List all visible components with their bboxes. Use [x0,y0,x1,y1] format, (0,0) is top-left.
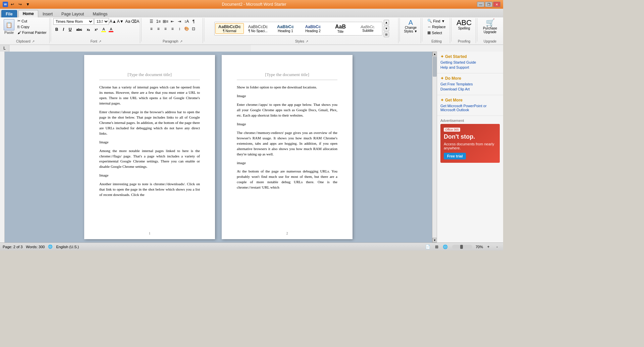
ribbon: 📋 Paste ✂ Cut ⎘ Copy 🖌 Format Painter C [0,17,503,45]
font-color-button[interactable]: A [108,26,114,33]
quick-access-toolbar: W ↩ ↪ ▼ [3,1,31,8]
page2-para-1: Show in folder option to open the downlo… [237,85,337,90]
minimize-button[interactable]: — [477,2,484,7]
font-family-select[interactable]: Times New Rom [53,18,94,25]
subscript-button[interactable]: x₂ [85,26,92,33]
style-heading2[interactable]: AaBbCc Heading 2 [300,23,326,34]
zoom-in-button[interactable]: + [485,244,492,250]
scroll-down-button[interactable]: ▼ [432,238,437,242]
get-more-star-icon: ✦ [440,98,444,102]
undo-button[interactable]: ↩ [9,1,16,8]
change-styles-button[interactable]: A ChangeStyles ▼ [402,18,419,34]
page1-para-2: Enter chrome://about page in the browser… [99,110,200,136]
underline-button[interactable]: U [67,26,74,33]
strikethrough-button[interactable]: abc [74,26,84,33]
bullets-button[interactable]: ☰ [148,18,155,25]
format-painter-button[interactable]: 🖌 Format Painter [16,30,48,35]
ruler-corner-button[interactable]: L [0,45,9,52]
find-button[interactable]: 🔍 Find ▼ [426,18,446,24]
vertical-scrollbar[interactable]: ▲ ▼ [432,52,437,242]
view-web-button[interactable]: 🌐 [442,244,449,250]
decrease-font-button[interactable]: A▼ [117,18,124,25]
text-highlight-button[interactable]: A [100,26,107,33]
cut-button[interactable]: ✂ Cut [16,18,48,24]
styles-scroll-up[interactable]: ▲ [384,20,389,25]
sort-button[interactable]: ↕A [183,18,190,25]
decrease-indent-button[interactable]: ⇤ [169,18,176,25]
multilevel-list-button[interactable]: ⊞≡ [162,18,169,25]
superscript-button[interactable]: x² [93,26,100,33]
purchase-upgrade-button[interactable]: 🛒 PurchaseUpgrade [481,18,499,35]
upgrade-group: 🛒 PurchaseUpgrade Upgrade [478,18,502,43]
show-formatting-button[interactable]: ¶ [190,18,197,25]
justify-button[interactable]: ≡ [169,25,176,32]
style-subtitle[interactable]: AaBbCc. Subtitle [355,24,381,33]
align-right-button[interactable]: ≡ [162,25,169,32]
style-no-spacing[interactable]: AaBbCcDc ¶ No Spaci... [245,23,271,34]
font-expand-icon[interactable]: ↗ [99,40,101,43]
font-size-select[interactable]: 13.5 [94,18,109,25]
style-title[interactable]: AaB Title [327,23,354,34]
align-left-button[interactable]: ≡ [148,25,155,32]
page1-title-placeholder[interactable]: [Type the document title] [99,72,200,80]
page2-title-placeholder[interactable]: [Type the document title] [237,72,337,80]
replace-button[interactable]: ↔ Replace [426,24,447,29]
increase-indent-button[interactable]: ⇥ [176,18,183,25]
select-button[interactable]: ▦ Select [426,30,443,36]
document-area[interactable]: [Type the document title] Chrome has a v… [5,52,432,242]
download-clipart-link[interactable]: Download Clip Art [440,87,500,91]
title-bar: W ↩ ↪ ▼ Document2 - Microsoft Word Start… [0,0,503,9]
styles-scroll-down[interactable]: ▼ [384,26,389,31]
tab-mailings[interactable]: Mailings [88,10,112,17]
shading-button[interactable]: 🎨 [183,25,190,32]
view-print-button[interactable]: 📄 [425,244,431,250]
restore-button[interactable]: ❐ [485,2,492,7]
style-normal[interactable]: AaBbCcDc ¶ Normal [215,23,244,34]
zoom-out-button[interactable]: - [494,244,500,250]
tab-page-layout[interactable]: Page Layout [57,10,88,17]
help-support-link[interactable]: Help and Support [440,65,500,69]
scroll-thumb[interactable] [433,57,437,77]
divider-2 [141,18,142,42]
line-spacing-button[interactable]: ↕ [176,25,183,32]
tab-insert[interactable]: Insert [38,10,57,17]
clear-format-button[interactable]: ⌫A [132,18,139,25]
copy-button[interactable]: ⎘ Copy [16,24,48,29]
page-1[interactable]: [Type the document title] Chrome has a v… [84,55,215,239]
zoom-level: 70% [476,245,483,249]
tab-file[interactable]: File [1,10,17,17]
get-powerpoint-link[interactable]: Get Microsoft PowerPoint or Microsoft Ou… [440,104,500,112]
view-fullscreen-button[interactable]: ⊞ [433,244,440,250]
advertisement-section: Advertisement Office 365 Don't stop. Acc… [437,116,503,165]
quick-access-dropdown[interactable]: ▼ [24,1,31,8]
page1-para-3: Among the more notable internal pages li… [99,148,200,170]
do-more-section: ✦ Do More Get Free Templates Download Cl… [437,73,503,95]
styles-expand-icon[interactable]: ↗ [306,40,308,43]
paste-button[interactable]: 📋 Paste [3,18,15,36]
redo-button[interactable]: ↪ [17,1,23,8]
align-center-button[interactable]: ≡ [155,25,162,32]
tab-home[interactable]: Home [18,10,38,17]
paragraph-expand-icon[interactable]: ↗ [180,40,182,43]
numbering-button[interactable]: 1≡ [155,18,162,25]
free-trial-button[interactable]: Free trial [444,153,466,159]
spelling-button[interactable]: ABC Spelling [455,18,473,31]
scroll-track[interactable] [432,56,437,238]
scroll-up-button[interactable]: ▲ [432,52,437,56]
find-icon: 🔍 [427,19,432,23]
close-button[interactable]: ✕ [493,2,500,7]
clipboard-expand-icon[interactable]: ↗ [32,40,35,43]
change-case-button[interactable]: Aa [124,18,131,25]
document-pages: [Type the document title] Chrome has a v… [84,55,353,239]
free-templates-link[interactable]: Get Free Templates [440,82,500,86]
increase-font-button[interactable]: A▲ [110,18,116,25]
style-heading1[interactable]: AaBbCc Heading 1 [272,23,299,34]
italic-button[interactable]: I [61,26,66,33]
page2-body: Show in folder option to open the downlo… [237,85,337,190]
bold-button[interactable]: B [53,26,60,33]
borders-button[interactable]: ⊡ [190,25,197,32]
page-2[interactable]: [Type the document title] Show in folder… [222,55,353,239]
getting-started-link[interactable]: Getting Started Guide [440,60,500,64]
zoom-slider[interactable] [452,245,472,249]
styles-expand-button[interactable]: ⊞ [384,32,389,37]
